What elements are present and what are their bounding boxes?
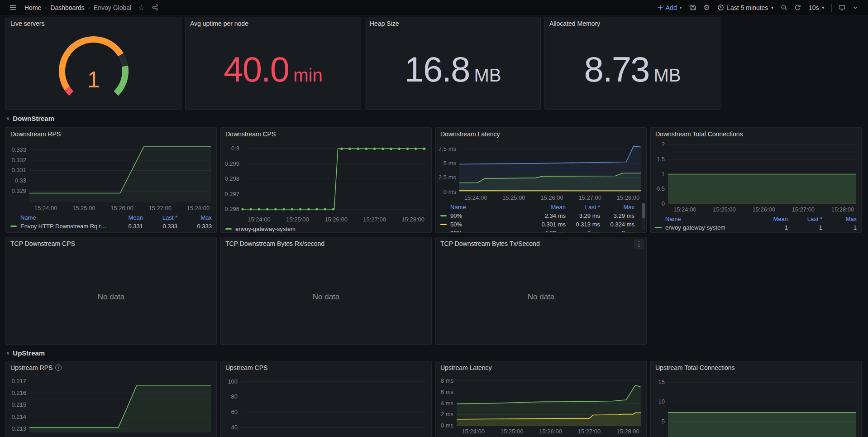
panel-tcp-downstream-bytes-tx: TCP Downstream Bytes Tx/Second ⋮ No data — [435, 237, 647, 345]
series-color-swatch — [440, 224, 447, 225]
svg-text:0.331: 0.331 — [11, 167, 26, 173]
legend: NameMeanLast *Max90%2.34 ms3.29 ms3.29 m… — [436, 202, 639, 232]
menu-toggle-button[interactable] — [6, 1, 19, 14]
svg-text:7.5 ms: 7.5 ms — [439, 145, 457, 152]
svg-text:2 ms: 2 ms — [441, 411, 454, 418]
panel-title[interactable]: TCP Downstream CPS — [6, 237, 216, 250]
time-range-label: Last 5 minutes — [727, 4, 768, 11]
svg-text:0.297: 0.297 — [224, 191, 239, 197]
top-navbar: Home › Dashboards › Envoy Global ☆ Add ▾… — [0, 0, 868, 15]
panel-tcp-downstream-cps: TCP Downstream CPS No data — [5, 237, 217, 345]
panel-title[interactable]: Downstream Total Connections — [651, 128, 861, 140]
chevron-down-icon: ▾ — [680, 5, 682, 10]
legend-item[interactable]: 90%2.34 ms3.29 ms3.29 ms — [440, 211, 634, 220]
panel-title[interactable]: Upstream RPS i — [6, 361, 216, 374]
svg-text:15:27:00: 15:27:00 — [578, 428, 601, 435]
legend-item[interactable]: 99%4.89 ms8 ms8 ms — [440, 229, 634, 232]
panel-title[interactable]: Downstream RPS — [6, 128, 216, 140]
dashboard-canvas: Live servers 1 Avg uptime per node 40.0 — [0, 15, 868, 437]
svg-text:80: 80 — [231, 393, 238, 400]
svg-text:15:28:00: 15:28:00 — [831, 206, 854, 213]
scrollbar-thumb[interactable] — [642, 203, 645, 218]
refresh-icon — [794, 4, 801, 11]
chart-downstream-latency[interactable]: 7.5 ms5 ms2.5 ms0 ms15:24:0015:25:0015:2… — [436, 140, 646, 202]
add-button[interactable]: Add ▾ — [653, 1, 686, 14]
zoom-out-time-button[interactable] — [778, 1, 791, 14]
svg-text:15:25:00: 15:25:00 — [72, 205, 95, 211]
chart-upstream-cps[interactable]: 100806040 — [221, 374, 431, 437]
panel-title[interactable]: Upstream Total Connections — [651, 361, 861, 374]
hamburger-icon — [9, 4, 17, 11]
panel-avg-uptime: Avg uptime per node 40.0 min — [185, 17, 361, 110]
svg-text:0.33: 0.33 — [15, 177, 26, 184]
svg-text:0.296: 0.296 — [224, 206, 239, 212]
refresh-button[interactable] — [792, 1, 804, 14]
stat-panel-row: Live servers 1 Avg uptime per node 40.0 — [5, 17, 863, 110]
svg-text:4 ms: 4 ms — [441, 400, 454, 407]
panel-menu-icon[interactable]: ⋮ — [634, 239, 644, 249]
svg-text:0.5: 0.5 — [657, 185, 665, 192]
chart-downstream-rps[interactable]: 0.3330.3320.3310.330.32915:24:0015:25:00… — [6, 140, 216, 212]
stat-body: 8.73 MB — [545, 29, 720, 109]
panel-upstream-latency: Upstream Latency 8 ms6 ms4 ms2 ms0 ms15:… — [435, 361, 647, 437]
svg-text:15:25:00: 15:25:00 — [713, 206, 736, 213]
svg-text:100: 100 — [228, 378, 238, 385]
panel-title[interactable]: Heap Size — [365, 17, 540, 29]
save-dashboard-button[interactable] — [687, 1, 699, 14]
panel-title[interactable]: Allocated Memory — [545, 17, 720, 29]
svg-text:0.299: 0.299 — [224, 160, 239, 167]
svg-text:2.5 ms: 2.5 ms — [439, 174, 457, 181]
zoom-out-icon — [781, 4, 787, 11]
legend-item[interactable]: envoy-gateway-system111 — [655, 223, 857, 232]
panel-title[interactable]: Upstream Latency — [436, 361, 646, 374]
tv-mode-button[interactable] — [835, 1, 848, 14]
svg-text:15:26:00: 15:26:00 — [539, 428, 562, 435]
dashboard-settings-button[interactable]: ⚙ — [700, 1, 713, 14]
legend-item[interactable]: envoy-gateway-system — [225, 225, 427, 233]
legend-item[interactable]: 50%0.301 ms0.313 ms0.324 ms — [440, 220, 634, 229]
chevron-down-icon: ▾ — [822, 5, 824, 10]
legend-scrollbar[interactable] — [642, 203, 645, 231]
time-range-picker[interactable]: Last 5 minutes ▾ — [714, 1, 777, 14]
row-toggle-upstream[interactable]: ∨ UpStream — [5, 345, 863, 361]
upstream-panel-row: Upstream RPS i 0.2170.2160.2150.2140.213… — [5, 361, 863, 437]
favorite-star-button[interactable]: ☆ — [135, 1, 148, 14]
svg-text:15:26:00: 15:26:00 — [324, 216, 348, 223]
panel-downstream-total-connections: Downstream Total Connections 21.510.5015… — [650, 127, 862, 233]
chart-downstream-cps[interactable]: 0.30.2990.2980.2970.29615:24:0015:25:001… — [221, 140, 431, 224]
legend-header: NameMeanLast *Max — [10, 213, 212, 222]
stat-value: 16.8 — [405, 49, 470, 90]
panel-title[interactable]: Downstream Latency — [436, 128, 646, 140]
panel-title[interactable]: Upstream CPS — [221, 361, 431, 374]
chart-upstream-rps[interactable]: 0.2170.2160.2150.2140.213 — [6, 374, 216, 437]
svg-text:1.5: 1.5 — [657, 156, 665, 163]
gear-icon: ⚙ — [703, 4, 710, 11]
svg-text:15:28:00: 15:28:00 — [187, 205, 210, 211]
collapse-toolbar-button[interactable] — [849, 1, 862, 14]
share-icon — [152, 4, 158, 11]
stat-value: 40.0 — [224, 49, 289, 90]
info-icon[interactable]: i — [55, 365, 62, 371]
refresh-interval-dropdown[interactable]: 10s ▾ — [805, 1, 828, 14]
series-color-swatch — [225, 228, 232, 230]
share-button[interactable] — [148, 1, 161, 14]
panel-title[interactable]: Live servers — [6, 17, 181, 29]
legend-item[interactable]: Envoy HTTP Downstream Rq total0.3310.333… — [10, 222, 212, 231]
breadcrumb-dashboards[interactable]: Dashboards — [50, 4, 85, 11]
panel-title[interactable]: TCP Downstream Bytes Tx/Second — [436, 237, 646, 250]
row-toggle-downstream[interactable]: ∨ DownStream — [5, 110, 863, 127]
chart-upstream-latency[interactable]: 8 ms6 ms4 ms2 ms0 ms15:24:0015:25:0015:2… — [436, 374, 646, 436]
panel-title[interactable]: Downstream CPS — [221, 128, 431, 140]
no-data-message: No data — [6, 250, 216, 344]
stat-unit: MB — [653, 65, 681, 86]
breadcrumb-home[interactable]: Home — [24, 4, 41, 11]
svg-text:15:27:00: 15:27:00 — [578, 194, 601, 201]
panel-title[interactable]: Avg uptime per node — [186, 17, 361, 29]
chart-downstream-total-connections[interactable]: 21.510.5015:24:0015:25:0015:26:0015:27:0… — [651, 140, 861, 214]
svg-text:15:24:00: 15:24:00 — [248, 216, 271, 223]
panel-upstream-total-connections: Upstream Total Connections 15105 — [650, 361, 862, 437]
panel-title[interactable]: TCP Downstream Bytes Rx/second — [221, 237, 431, 250]
panel-title-text: Upstream RPS — [10, 364, 52, 371]
tcp-panel-row: TCP Downstream CPS No data TCP Downstrea… — [5, 237, 863, 345]
chart-upstream-total-connections[interactable]: 15105 — [651, 374, 861, 437]
